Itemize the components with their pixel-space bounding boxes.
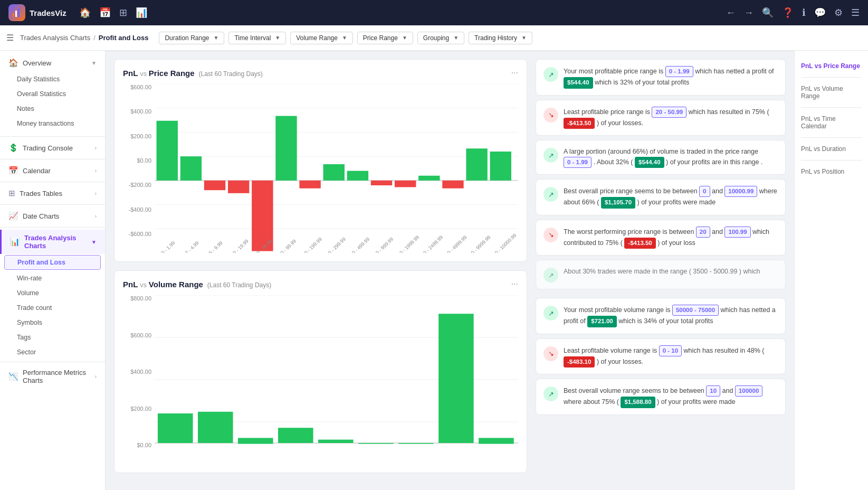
sidebar-item-daily-statistics[interactable]: Daily Statistics bbox=[0, 72, 105, 87]
pnl-price-range-chart-card: PnL vs Price Range (Last 60 Trading Days… bbox=[114, 59, 527, 262]
chart2-range-label: Volume Range bbox=[149, 280, 203, 289]
chevron-down-icon: ▼ bbox=[402, 35, 407, 41]
forward-icon[interactable]: → bbox=[744, 7, 753, 18]
svg-rect-37 bbox=[398, 443, 434, 444]
trading-history-label: Trading History bbox=[474, 34, 517, 42]
insight-icon-green-5: ↗ bbox=[543, 306, 558, 321]
svg-text:0 - 1.99: 0 - 1.99 bbox=[160, 240, 176, 253]
sidebar-item-trades-analysis-charts[interactable]: 📊 Trades Analysis Charts ▼ bbox=[0, 230, 105, 254]
sidebar-item-symbols[interactable]: Symbols bbox=[0, 315, 105, 330]
sidebar-item-overall-statistics[interactable]: Overall Statistics bbox=[0, 87, 105, 101]
breadcrumb-current: Profit and Loss bbox=[99, 34, 149, 42]
svg-rect-31 bbox=[158, 413, 193, 443]
sidebar-item-calendar[interactable]: 📅 Calendar › bbox=[0, 162, 105, 180]
right-nav-pnl-duration[interactable]: PnL vs Duration bbox=[801, 142, 862, 156]
content-area: PnL vs Price Range (Last 60 Trading Days… bbox=[106, 51, 868, 490]
insight-icon-red-3: ↘ bbox=[543, 346, 558, 361]
breadcrumb-parent[interactable]: Trades Analysis Charts bbox=[20, 34, 90, 42]
sidebar-item-overview[interactable]: 🏠 Overview ▼ bbox=[0, 54, 105, 72]
sidebar-item-sector[interactable]: Sector bbox=[0, 345, 105, 360]
insight1-3: ↗ A large portion (around 66%) of volume… bbox=[536, 140, 786, 175]
search-icon[interactable]: 🔍 bbox=[762, 7, 774, 18]
volume-range-dropdown[interactable]: Volume Range ▼ bbox=[290, 32, 353, 44]
sidebar-item-win-rate[interactable]: Win-rate bbox=[0, 271, 105, 286]
sidebar-item-performance-metrics[interactable]: 📉 Performance Metrics Charts › bbox=[0, 364, 105, 389]
chart1-more-icon[interactable]: ··· bbox=[511, 68, 518, 78]
svg-rect-32 bbox=[198, 412, 233, 443]
chevron-right-icon: › bbox=[95, 213, 97, 219]
menu-icon[interactable]: ☰ bbox=[851, 7, 860, 18]
bar-7 bbox=[323, 164, 345, 181]
bar-12 bbox=[442, 181, 463, 189]
insight1-6: ↗ About 30% trades were made in the rang… bbox=[536, 260, 786, 289]
sector-label: Sector bbox=[17, 348, 36, 356]
insight-icon-green-2: ↗ bbox=[543, 148, 558, 163]
right-nav-pnl-position[interactable]: PnL vs Position bbox=[801, 165, 862, 178]
sidebar-divider bbox=[0, 136, 105, 137]
analysis-icon: 📊 bbox=[10, 237, 20, 247]
chat-icon[interactable]: 💬 bbox=[814, 7, 826, 18]
sidebar-item-tags[interactable]: Tags bbox=[0, 330, 105, 345]
chevron-right-icon: › bbox=[95, 168, 97, 174]
profit-and-loss-label: Profit and Loss bbox=[17, 259, 65, 266]
calendar-icon[interactable]: 📅 bbox=[99, 7, 111, 18]
chart2-title: PnL vs Volume Range (Last 60 Trading Day… bbox=[123, 280, 271, 289]
help-icon[interactable]: ❓ bbox=[782, 7, 794, 18]
sidebar-item-date-charts[interactable]: 📈 Date Charts › bbox=[0, 207, 105, 225]
daily-statistics-label: Daily Statistics bbox=[17, 76, 60, 83]
sidebar-item-notes[interactable]: Notes bbox=[0, 101, 105, 116]
right-nav-pnl-volume-range[interactable]: PnL vs Volume Range bbox=[801, 82, 862, 103]
sidebar-item-profit-and-loss[interactable]: Profit and Loss bbox=[4, 255, 101, 270]
grouping-dropdown[interactable]: Grouping ▼ bbox=[417, 32, 464, 44]
chart2-more-icon[interactable]: ··· bbox=[511, 279, 518, 289]
bar-0 bbox=[157, 121, 178, 181]
svg-text:300 - 499.99: 300 - 499.99 bbox=[347, 237, 370, 253]
badge-0-10: 0 - 10 bbox=[659, 345, 682, 356]
symbols-label: Symbols bbox=[17, 319, 42, 326]
sidebar-item-trading-console[interactable]: 💲 Trading Console › bbox=[0, 139, 105, 157]
notes-label: Notes bbox=[17, 105, 34, 112]
svg-text:5 - 9.99: 5 - 9.99 bbox=[208, 240, 224, 253]
chart-icon[interactable]: 📊 bbox=[136, 7, 147, 18]
chevron-down-icon: ▼ bbox=[91, 239, 97, 245]
chevron-down-icon: ▼ bbox=[91, 60, 97, 66]
price-range-dropdown[interactable]: Price Range ▼ bbox=[357, 32, 413, 44]
filter-menu-icon[interactable]: ☰ bbox=[6, 33, 14, 43]
insights2-container: ↗ Your most profitable volume range is 5… bbox=[536, 298, 786, 415]
insight1-2: ↘ Least profitable price range is 20 - 5… bbox=[536, 100, 786, 136]
badge-544-2: $544.40 bbox=[635, 157, 664, 168]
tags-label: Tags bbox=[17, 334, 31, 341]
info-icon[interactable]: ℹ bbox=[802, 7, 806, 18]
home-icon[interactable]: 🏠 bbox=[79, 7, 91, 18]
bar-8 bbox=[347, 171, 368, 181]
badge-10000.99: 10000.99 bbox=[724, 186, 757, 197]
sidebar-item-volume[interactable]: Volume bbox=[0, 286, 105, 300]
svg-text:2000 - 2499.99: 2000 - 2499.99 bbox=[416, 234, 444, 253]
layout-icon[interactable]: ⊞ bbox=[119, 7, 127, 18]
badge-0: 0 bbox=[699, 186, 710, 197]
sidebar-item-trade-count[interactable]: Trade count bbox=[0, 300, 105, 315]
time-interval-dropdown[interactable]: Time Interval ▼ bbox=[228, 32, 286, 44]
svg-text:50 - 99.99: 50 - 99.99 bbox=[278, 239, 297, 253]
insight-icon-green-1: ↗ bbox=[543, 67, 558, 82]
chart1-header: PnL vs Price Range (Last 60 Trading Days… bbox=[123, 68, 518, 78]
sidebar-item-money-transactions[interactable]: Money transactions bbox=[0, 116, 105, 131]
badge-721: $721.00 bbox=[587, 316, 617, 327]
calendar-icon: 📅 bbox=[8, 166, 18, 175]
svg-text:1000 - 1999.99: 1000 - 1999.99 bbox=[393, 234, 420, 253]
settings-icon[interactable]: ⚙ bbox=[834, 7, 843, 18]
breadcrumb-sep: / bbox=[93, 34, 96, 42]
insight1-5: ↘ The worst performing price range is be… bbox=[536, 220, 786, 256]
right-nav-pnl-time-calendar[interactable]: PnL vs Time Calendar bbox=[801, 112, 862, 133]
trades-analysis-charts-label: Trades Analysis Charts bbox=[24, 234, 87, 250]
duration-range-dropdown[interactable]: Duration Range ▼ bbox=[159, 32, 224, 44]
badge-1588: $1,588.80 bbox=[621, 397, 655, 408]
back-icon[interactable]: ← bbox=[726, 7, 736, 18]
svg-text:5000 - 9999.99: 5000 - 9999.99 bbox=[464, 234, 491, 253]
win-rate-label: Win-rate bbox=[17, 275, 42, 282]
bar-3 bbox=[228, 181, 249, 193]
trading-history-dropdown[interactable]: Trading History ▼ bbox=[469, 32, 532, 44]
app-logo[interactable]: TradesViz bbox=[8, 4, 66, 21]
right-nav-pnl-price-range[interactable]: PnL vs Price Range bbox=[801, 59, 862, 73]
sidebar-item-trades-tables[interactable]: ⊞ Trades Tables › bbox=[0, 184, 105, 202]
